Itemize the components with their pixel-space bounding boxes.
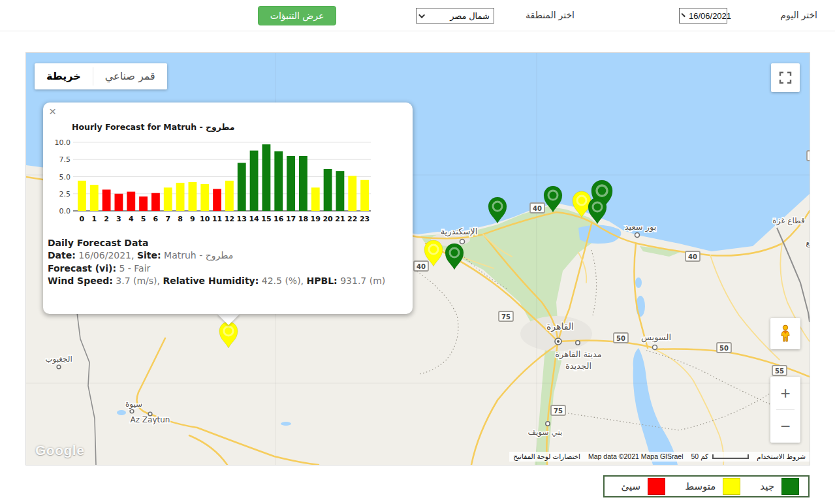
scale-label: كم 50 bbox=[691, 452, 709, 462]
map-container: 404040755050557540 الإسكندريةبور سعيدالق… bbox=[26, 53, 810, 465]
pegman-icon bbox=[777, 324, 794, 343]
svg-text:50: 50 bbox=[719, 345, 729, 352]
svg-text:0.0: 0.0 bbox=[59, 207, 71, 215]
svg-text:الإسكندرية: الإسكندرية bbox=[441, 227, 478, 237]
svg-text:18: 18 bbox=[298, 215, 308, 223]
svg-text:13: 13 bbox=[237, 215, 247, 223]
svg-text:7.5: 7.5 bbox=[59, 155, 71, 164]
svg-text:السبع: السبع bbox=[806, 238, 810, 247]
legend-swatch-bad bbox=[648, 478, 665, 495]
legend-item-good: جيد bbox=[760, 478, 799, 495]
svg-text:مدينة القاهرة: مدينة القاهرة bbox=[555, 349, 601, 360]
pegman-street-view-button[interactable] bbox=[770, 318, 800, 349]
svg-text:السويس: السويس bbox=[641, 332, 671, 343]
zoom-control: + − bbox=[770, 377, 800, 443]
scale-bar bbox=[712, 454, 749, 459]
svg-text:4: 4 bbox=[129, 215, 134, 223]
svg-text:5.0: 5.0 bbox=[59, 173, 71, 181]
date-select-value: 16/06/2021 bbox=[689, 11, 731, 21]
map-scale-control: كم 50 bbox=[687, 452, 753, 462]
region-select[interactable]: شمال مصر bbox=[416, 8, 494, 24]
page: اختر اليوم 16/06/2021 اختر المنطقة شمال … bbox=[0, 0, 835, 504]
svg-text:15: 15 bbox=[261, 215, 271, 223]
svg-text:5: 5 bbox=[141, 215, 146, 223]
svg-text:الجديدة: الجديدة bbox=[565, 361, 591, 371]
region-select-value: شمال مصر bbox=[450, 11, 490, 21]
svg-text:8: 8 bbox=[178, 215, 183, 223]
svg-text:1: 1 bbox=[91, 215, 97, 223]
svg-text:الجغبوب: الجغبوب bbox=[45, 354, 72, 364]
svg-text:قطاع غزة: قطاع غزة bbox=[772, 216, 804, 226]
info-line-date-site: Date: 16/06/2021, Site: Matruh - مطروح bbox=[48, 249, 406, 262]
svg-text:9: 9 bbox=[190, 215, 195, 223]
svg-text:بور سعيد: بور سعيد bbox=[625, 222, 657, 232]
svg-text:55: 55 bbox=[775, 368, 784, 375]
svg-text:40: 40 bbox=[688, 253, 697, 260]
svg-text:7: 7 bbox=[165, 215, 170, 223]
svg-text:23: 23 bbox=[360, 215, 370, 223]
svg-text:20: 20 bbox=[323, 215, 333, 223]
info-line-forecast: Forecast (vi): 5 - Fair bbox=[48, 262, 406, 275]
svg-text:40: 40 bbox=[533, 205, 542, 212]
map-type-control: خريطة قمر صناعي bbox=[35, 63, 167, 89]
svg-text:2.5: 2.5 bbox=[59, 190, 71, 198]
svg-text:10: 10 bbox=[200, 215, 210, 223]
svg-text:Az Zaytun: Az Zaytun bbox=[131, 415, 170, 424]
svg-text:14: 14 bbox=[249, 215, 259, 223]
svg-text:40: 40 bbox=[417, 263, 426, 270]
svg-text:50: 50 bbox=[616, 335, 625, 342]
keyboard-shortcuts-link[interactable]: اختصارات لوحة المفاتيح bbox=[509, 452, 584, 462]
map-type-map-button[interactable]: خريطة bbox=[35, 63, 93, 89]
svg-text:سيوة: سيوة bbox=[125, 400, 142, 409]
legend-label-medium: متوسط bbox=[685, 480, 716, 492]
map-type-satellite-button[interactable]: قمر صناعي bbox=[93, 63, 167, 89]
svg-text:75: 75 bbox=[501, 313, 511, 321]
hourly-forecast-chart: 0.02.55.07.510.0012345678910111213141516… bbox=[46, 113, 372, 229]
svg-text:القاهرة: القاهرة bbox=[546, 321, 574, 332]
info-heading: Daily Forecast Data bbox=[48, 238, 149, 248]
svg-text:12: 12 bbox=[225, 215, 234, 223]
map-attribution: اختصارات لوحة المفاتيح Map data ©2021 Ma… bbox=[509, 452, 810, 462]
map-data-copyright: Map data ©2021 Mapa GISrael bbox=[584, 452, 687, 462]
zoom-out-button[interactable]: − bbox=[770, 410, 800, 443]
choose-day-label: اختر اليوم bbox=[780, 10, 817, 20]
info-line-meteo: Wind Speed: 3.7 (m/s), Relative Humidity… bbox=[48, 275, 406, 287]
terms-of-use-link[interactable]: شروط الاستخدام bbox=[753, 452, 810, 462]
legend-swatch-good bbox=[781, 478, 799, 495]
svg-text:22: 22 bbox=[347, 215, 357, 223]
google-logo: Google bbox=[35, 443, 84, 458]
legend-item-medium: متوسط bbox=[685, 478, 740, 495]
legend-swatch-medium bbox=[723, 478, 740, 495]
show-forecasts-button[interactable]: عرض التنبؤات bbox=[258, 6, 336, 25]
choose-region-label: اختر المنطقة bbox=[526, 10, 575, 20]
svg-text:75: 75 bbox=[554, 407, 563, 415]
svg-text:2: 2 bbox=[104, 215, 109, 223]
forecast-infowindow: × Hourly Forecast for Matruh - مطروح 0.0… bbox=[43, 102, 413, 314]
chevron-down-icon bbox=[418, 12, 425, 18]
svg-text:3: 3 bbox=[116, 215, 121, 223]
svg-text:6: 6 bbox=[153, 215, 159, 223]
svg-text:19: 19 bbox=[311, 215, 321, 223]
svg-text:11: 11 bbox=[212, 215, 222, 223]
date-select[interactable]: 16/06/2021 bbox=[679, 8, 727, 24]
chevron-down-icon bbox=[681, 12, 685, 16]
svg-text:10.0: 10.0 bbox=[55, 138, 71, 147]
legend-label-bad: سيئ bbox=[622, 480, 641, 492]
svg-text:17: 17 bbox=[286, 215, 296, 223]
status-legend: جيد متوسط سيئ bbox=[603, 475, 810, 497]
toolbar: اختر اليوم 16/06/2021 اختر المنطقة شمال … bbox=[0, 0, 835, 31]
zoom-in-button[interactable]: + bbox=[770, 377, 800, 409]
svg-text:0: 0 bbox=[80, 215, 85, 223]
svg-text:21: 21 bbox=[335, 215, 345, 223]
fullscreen-button[interactable] bbox=[771, 63, 800, 92]
legend-item-bad: سيئ bbox=[622, 478, 666, 495]
legend-label-good: جيد bbox=[760, 480, 774, 492]
svg-text:بني سويف: بني سويف bbox=[528, 428, 563, 437]
svg-text:16: 16 bbox=[274, 215, 284, 223]
daily-forecast-panel: Daily Forecast Data Date: 16/06/2021, Si… bbox=[48, 237, 406, 287]
fullscreen-icon bbox=[778, 70, 793, 86]
